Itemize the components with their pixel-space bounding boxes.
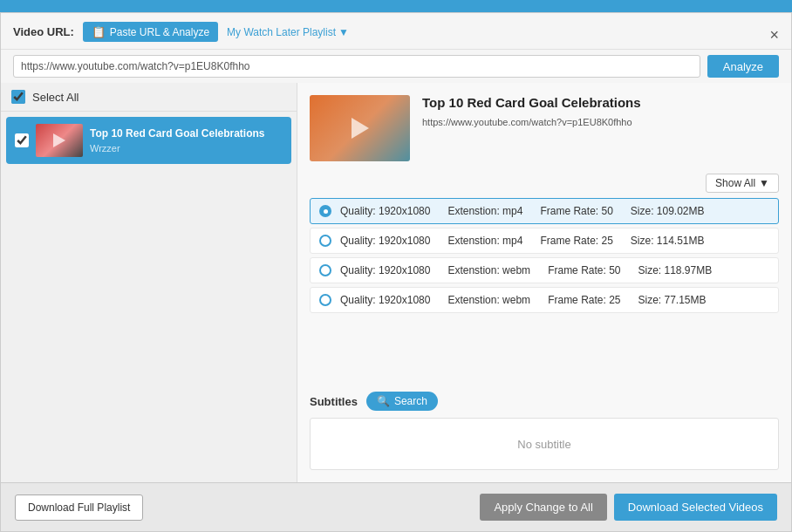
quality-text-2: Quality: 1920x1080 Extenstion: mp4 Frame… — [340, 235, 769, 247]
top-strip — [0, 0, 792, 12]
quality-text-1: Quality: 1920x1080 Extenstion: mp4 Frame… — [340, 205, 769, 217]
subtitles-section: Subtitles 🔍 Search No subtitle — [310, 392, 779, 470]
apply-change-button[interactable]: Apply Change to All — [480, 494, 606, 521]
quality-option-1[interactable]: Quality: 1920x1080 Extenstion: mp4 Frame… — [310, 198, 779, 224]
footer: Download Full Playlist Apply Change to A… — [1, 482, 791, 531]
thumb-placeholder — [36, 124, 83, 157]
radio-button-2[interactable] — [319, 235, 331, 247]
play-icon — [53, 133, 65, 147]
radio-button-1[interactable] — [319, 205, 331, 217]
show-all-row: Show All ▼ — [310, 174, 779, 193]
framerate-value: Frame Rate: 50 — [540, 205, 612, 217]
quality-value: Quality: 1920x1080 — [340, 294, 430, 306]
right-panel: Top 10 Red Card Goal Celebrations https:… — [297, 83, 791, 482]
quality-option-3[interactable]: Quality: 1920x1080 Extenstion: webm Fram… — [310, 257, 779, 283]
download-selected-button[interactable]: Download Selected Videos — [614, 494, 777, 521]
size-value: Size: 118.97MB — [638, 264, 713, 276]
video-info: Top 10 Red Card Goal Celebrations Wrzzer — [90, 127, 283, 153]
video-meta-url: https://www.youtube.com/watch?v=p1EU8K0f… — [422, 117, 779, 127]
download-playlist-button[interactable]: Download Full Playlist — [15, 494, 143, 521]
search-subtitles-button[interactable]: 🔍 Search — [366, 392, 438, 411]
select-all-label: Select All — [32, 91, 79, 104]
clipboard-icon: 📋 — [92, 25, 106, 38]
size-value: Size: 109.02MB — [631, 205, 705, 217]
extension-value: Extenstion: mp4 — [447, 205, 522, 217]
url-row: Analyze — [1, 50, 791, 83]
video-meta: Top 10 Red Card Goal Celebrations https:… — [422, 95, 779, 161]
analyze-button[interactable]: Analyze — [707, 55, 779, 78]
quality-text-3: Quality: 1920x1080 Extenstion: webm Fram… — [340, 264, 769, 276]
footer-right: Apply Change to All Download Selected Vi… — [480, 494, 777, 521]
quality-section: Show All ▼ Quality: 1920x1080 Extenstion… — [310, 174, 779, 379]
quality-text-4: Quality: 1920x1080 Extenstion: webm Fram… — [340, 294, 769, 306]
no-subtitle-label: No subtitle — [517, 438, 570, 451]
video-item-title: Top 10 Red Card Goal Celebrations — [90, 127, 283, 141]
video-url-label: Video URL: — [13, 25, 74, 38]
url-input[interactable] — [13, 55, 700, 78]
close-button[interactable]: × — [764, 25, 784, 44]
select-all-row: Select All — [1, 83, 297, 112]
left-panel: Select All Top 10 Red Card Goal Celebrat… — [1, 83, 297, 482]
select-all-checkbox[interactable] — [11, 90, 25, 104]
subtitle-box: No subtitle — [310, 418, 779, 470]
watch-later-label: My Watch Later Playlist — [227, 26, 336, 38]
list-item[interactable]: Top 10 Red Card Goal Celebrations Wrzzer — [6, 117, 291, 164]
quality-option-2[interactable]: Quality: 1920x1080 Extenstion: mp4 Frame… — [310, 228, 779, 254]
video-item-channel: Wrzzer — [90, 143, 283, 153]
chevron-down-icon: ▼ — [338, 26, 349, 38]
quality-value: Quality: 1920x1080 — [340, 235, 430, 247]
watch-later-link[interactable]: My Watch Later Playlist ▼ — [227, 26, 349, 38]
preview-play-icon — [352, 118, 369, 139]
video-header: Top 10 Red Card Goal Celebrations https:… — [310, 95, 779, 161]
extension-value: Extenstion: mp4 — [447, 235, 522, 247]
modal-header: Video URL: 📋 Paste URL & Analyze My Watc… — [1, 13, 791, 50]
search-icon: 🔍 — [377, 395, 390, 407]
size-value: Size: 114.51MB — [631, 235, 705, 247]
paste-url-label: Paste URL & Analyze — [110, 26, 209, 38]
video-thumbnail — [36, 124, 83, 157]
video-list: Top 10 Red Card Goal Celebrations Wrzzer — [1, 112, 297, 482]
show-all-button[interactable]: Show All ▼ — [706, 174, 779, 193]
quality-option-4[interactable]: Quality: 1920x1080 Extenstion: webm Fram… — [310, 287, 779, 313]
radio-button-4[interactable] — [319, 294, 331, 306]
quality-value: Quality: 1920x1080 — [340, 264, 430, 276]
framerate-value: Frame Rate: 50 — [548, 264, 620, 276]
size-value: Size: 77.15MB — [638, 294, 707, 306]
subtitles-label: Subtitles — [310, 395, 358, 408]
main-content: Select All Top 10 Red Card Goal Celebrat… — [1, 83, 791, 482]
framerate-value: Frame Rate: 25 — [548, 294, 620, 306]
paste-url-button[interactable]: 📋 Paste URL & Analyze — [83, 22, 218, 42]
radio-button-3[interactable] — [319, 264, 331, 276]
video-item-checkbox[interactable] — [15, 133, 29, 147]
footer-left: Download Full Playlist — [15, 494, 471, 521]
extension-value: Extenstion: webm — [447, 264, 530, 276]
chevron-down-icon: ▼ — [759, 177, 769, 189]
show-all-label: Show All — [715, 177, 755, 189]
quality-value: Quality: 1920x1080 — [340, 205, 430, 217]
subtitles-header: Subtitles 🔍 Search — [310, 392, 779, 411]
search-btn-label: Search — [394, 395, 427, 407]
video-meta-title: Top 10 Red Card Goal Celebrations — [422, 95, 779, 110]
main-modal: × Video URL: 📋 Paste URL & Analyze My Wa… — [0, 12, 792, 532]
extension-value: Extenstion: webm — [447, 294, 530, 306]
video-preview — [310, 95, 410, 161]
framerate-value: Frame Rate: 25 — [540, 235, 612, 247]
